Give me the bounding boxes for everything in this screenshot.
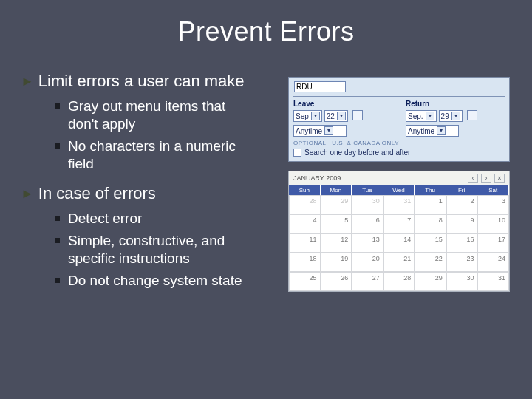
calendar-day-header: Fri (446, 185, 478, 195)
sub-bullet: Gray out menu items that don't apply (55, 98, 272, 133)
calendar-cell[interactable]: 29 (321, 195, 352, 214)
calendar-cell[interactable]: 7 (383, 214, 415, 233)
calendar-cell[interactable]: 5 (321, 214, 352, 233)
return-month-select[interactable]: Sep.▾ (406, 110, 437, 122)
sub-bullet: Do not change system state (55, 272, 272, 290)
calendar-cell[interactable]: 22 (415, 253, 446, 272)
calendar-next-icon[interactable]: › (481, 174, 491, 183)
calendar-cell[interactable]: 6 (352, 214, 383, 233)
sub-bullet: No characters in a numeric field (55, 137, 272, 173)
calendar-day-header: Tue (352, 185, 383, 195)
calendar-cell[interactable]: 25 (289, 272, 321, 291)
calendar-cell[interactable]: 30 (446, 272, 478, 291)
calendar-close-icon[interactable]: × (494, 174, 505, 183)
square-bullet-icon (55, 143, 60, 149)
chevron-down-icon: ▾ (451, 112, 460, 120)
calendar-cell[interactable]: 28 (289, 195, 321, 214)
calendar-cell[interactable]: 14 (383, 233, 415, 253)
chevron-down-icon: ▾ (426, 112, 434, 120)
calendar-day-headers: SunMonTueWedThuFriSat (289, 185, 509, 195)
return-label: Return (406, 100, 505, 108)
calendar-icon[interactable] (352, 110, 363, 120)
sub-bullet-text: Gray out menu items that don't apply (68, 98, 245, 133)
leave-column: Leave Sep▾ 22▾ Anytime▾ (293, 100, 392, 137)
calendar-cell[interactable]: 26 (321, 272, 352, 291)
airport-code-input[interactable] (294, 81, 346, 92)
chevron-down-icon: ▾ (324, 126, 333, 135)
sub-bullet-text: No characters in a numeric field (68, 137, 245, 173)
calendar-day-header: Thu (415, 185, 446, 195)
calendar-cell[interactable]: 16 (446, 233, 478, 253)
chevron-down-icon: ▾ (337, 112, 346, 120)
text-column: ► Limit errors a user can make Gray out … (21, 69, 272, 300)
sub-bullet-text: Simple, constructive, and specific instr… (68, 232, 245, 267)
calendar-cell[interactable]: 11 (289, 233, 321, 253)
calendar-cell[interactable]: 27 (352, 272, 383, 291)
triangle-bullet-icon: ► (21, 183, 34, 204)
calendar-cell[interactable]: 3 (477, 195, 509, 214)
chevron-down-icon: ▾ (311, 112, 320, 120)
calendar-cell[interactable]: 1 (415, 195, 446, 214)
calendar-figure: JANUARY 2009 ‹ › × SunMonTueWedThuFriSat… (288, 171, 510, 292)
search-range-checkbox[interactable] (293, 149, 301, 157)
calendar-header: JANUARY 2009 ‹ › × (289, 171, 509, 185)
content-row: ► Limit errors a user can make Gray out … (21, 69, 511, 300)
leave-label: Leave (293, 100, 392, 108)
calendar-cell[interactable]: 2 (446, 195, 478, 214)
calendar-day-header: Wed (383, 185, 415, 195)
calendar-cell[interactable]: 20 (352, 253, 383, 272)
calendar-day-header: Sat (477, 185, 509, 195)
calendar-prev-icon[interactable]: ‹ (468, 174, 478, 183)
slide: Prevent Errors ► Limit errors a user can… (0, 0, 532, 399)
calendar-day-header: Mon (321, 185, 352, 195)
sub-list-2: Detect error Simple, constructive, and s… (55, 210, 272, 290)
calendar-cell[interactable]: 24 (477, 253, 509, 272)
calendar-cell[interactable]: 15 (415, 233, 446, 253)
leave-time-select[interactable]: Anytime▾ (293, 125, 347, 137)
sub-bullet-text: Detect error (68, 210, 142, 228)
bullet-text: Limit errors a user can make (38, 71, 245, 92)
calendar-cell[interactable]: 28 (383, 272, 415, 291)
form-figure: Leave Sep▾ 22▾ Anytime▾ Return Sep.▾ 29▾ (288, 77, 510, 162)
search-range-row: Search one day before and after (293, 149, 505, 157)
leave-day-select[interactable]: 22▾ (324, 110, 348, 122)
calendar-cell[interactable]: 19 (321, 253, 352, 272)
bullet-limit-errors: ► Limit errors a user can make (21, 71, 272, 92)
bullet-text: In case of errors (38, 183, 156, 204)
search-range-label: Search one day before and after (304, 149, 410, 157)
return-column: Return Sep.▾ 29▾ Anytime▾ (406, 100, 505, 137)
calendar-cell[interactable]: 10 (477, 214, 509, 233)
sub-bullet: Detect error (55, 210, 272, 228)
calendar-nav: ‹ › × (468, 174, 505, 183)
calendar-icon[interactable] (467, 110, 477, 120)
calendar-cell[interactable]: 8 (415, 214, 446, 233)
calendar-day-header: Sun (289, 185, 321, 195)
calendar-cell[interactable]: 12 (321, 233, 352, 253)
triangle-bullet-icon: ► (21, 71, 34, 92)
calendar-cell[interactable]: 4 (289, 214, 321, 233)
bullet-in-case-errors: ► In case of errors (21, 183, 272, 204)
calendar-month-label: JANUARY 2009 (293, 174, 341, 182)
calendar-cell[interactable]: 13 (352, 233, 383, 253)
calendar-cell[interactable]: 17 (477, 233, 509, 253)
calendar-cell[interactable]: 30 (352, 195, 383, 214)
calendar-cell[interactable]: 31 (383, 195, 415, 214)
divider (293, 96, 505, 97)
return-time-select[interactable]: Anytime▾ (406, 125, 459, 137)
calendar-cell[interactable]: 31 (477, 272, 509, 291)
calendar-grid: 2829303112345678910111213141516171819202… (289, 195, 509, 291)
figure-column: Leave Sep▾ 22▾ Anytime▾ Return Sep.▾ 29▾ (288, 77, 510, 292)
calendar-cell[interactable]: 18 (289, 253, 321, 272)
airport-code-row (293, 80, 505, 94)
square-bullet-icon (55, 216, 60, 221)
calendar-cell[interactable]: 29 (415, 272, 446, 291)
chevron-down-icon: ▾ (437, 126, 446, 135)
return-day-select[interactable]: 29▾ (439, 110, 463, 122)
leave-month-select[interactable]: Sep▾ (293, 110, 322, 122)
calendar-cell[interactable]: 9 (446, 214, 478, 233)
square-bullet-icon (55, 103, 60, 109)
square-bullet-icon (55, 238, 60, 243)
calendar-cell[interactable]: 21 (383, 253, 415, 272)
sub-bullet: Simple, constructive, and specific instr… (55, 232, 272, 267)
calendar-cell[interactable]: 23 (446, 253, 478, 272)
